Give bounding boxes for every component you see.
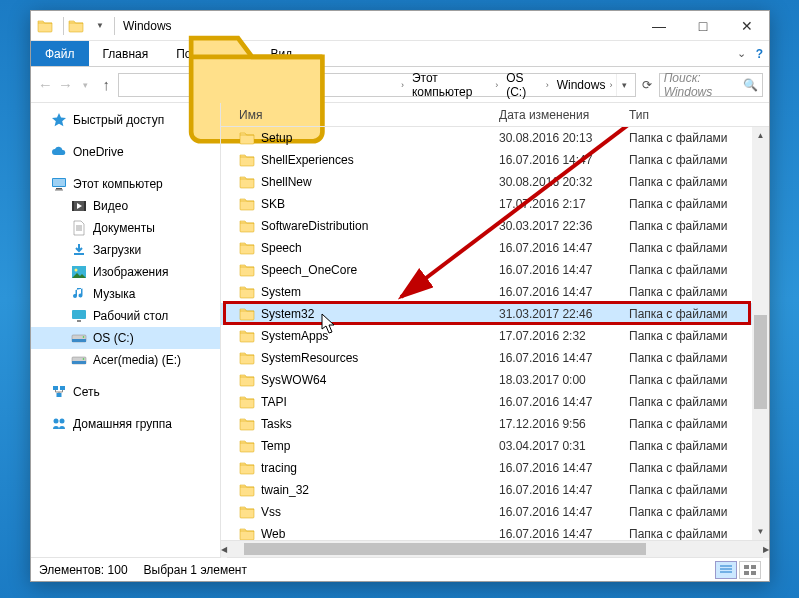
column-headers[interactable]: Имя Дата изменения Тип <box>221 103 769 127</box>
scroll-left-icon[interactable]: ◀ <box>221 541 227 558</box>
file-date: 18.03.2017 0:00 <box>499 373 629 387</box>
nav-item-acer[interactable]: Acer(media) (E:) <box>31 349 220 371</box>
file-row[interactable]: Setup30.08.2016 20:13Папка с файлами <box>221 127 769 149</box>
folder-icon <box>239 350 255 366</box>
nav-item-video[interactable]: Видео <box>31 195 220 217</box>
recent-dropdown-icon[interactable]: ▾ <box>78 72 94 98</box>
breadcrumb-osc[interactable]: OS (C:)› <box>502 74 553 96</box>
file-row[interactable]: System16.07.2016 14:47Папка с файлами <box>221 281 769 303</box>
view-details-button[interactable] <box>715 561 737 579</box>
file-row[interactable]: Vss16.07.2016 14:47Папка с файлами <box>221 501 769 523</box>
nav-item-desktop[interactable]: Рабочий стол <box>31 305 220 327</box>
file-row[interactable]: SKB17.07.2016 2:17Папка с файлами <box>221 193 769 215</box>
scroll-right-icon[interactable]: ▶ <box>763 541 769 558</box>
view-icons-button[interactable] <box>739 561 761 579</box>
qat-properties-icon[interactable] <box>68 18 84 34</box>
star-icon <box>51 112 67 128</box>
file-date: 16.07.2016 14:47 <box>499 483 629 497</box>
col-header-name[interactable]: Имя <box>221 108 499 122</box>
breadcrumb-thispc[interactable]: Этот компьютер› <box>408 74 502 96</box>
nav-item-downloads[interactable]: Загрузки <box>31 239 220 261</box>
file-date: 17.07.2016 2:32 <box>499 329 629 343</box>
file-date: 16.07.2016 14:47 <box>499 263 629 277</box>
file-type: Папка с файлами <box>629 219 769 233</box>
ribbon-tab-file[interactable]: Файл <box>31 41 89 66</box>
address-bar[interactable]: › Этот компьютер› OS (C:)› Windows› ▾ <box>118 73 635 97</box>
file-row[interactable]: Speech_OneCore16.07.2016 14:47Папка с фа… <box>221 259 769 281</box>
file-row[interactable]: Web16.07.2016 14:47Папка с файлами <box>221 523 769 540</box>
file-list[interactable]: Setup30.08.2016 20:13Папка с файламиShel… <box>221 127 769 540</box>
breadcrumb-windows[interactable]: Windows› <box>553 74 617 96</box>
ribbon-help-icon[interactable]: ? <box>756 47 763 61</box>
file-name: System <box>261 285 499 299</box>
file-type: Папка с файлами <box>629 285 769 299</box>
scroll-thumb-h[interactable] <box>244 543 646 555</box>
ribbon-expand-icon[interactable]: ⌄ <box>737 47 746 60</box>
back-button[interactable]: ← <box>37 72 53 98</box>
file-name: TAPI <box>261 395 499 409</box>
file-row[interactable]: Temp03.04.2017 0:31Папка с файлами <box>221 435 769 457</box>
file-type: Папка с файлами <box>629 197 769 211</box>
file-name: twain_32 <box>261 483 499 497</box>
nav-homegroup[interactable]: Домашняя группа <box>31 413 220 435</box>
up-button[interactable]: ↑ <box>98 72 114 98</box>
folder-icon <box>239 174 255 190</box>
file-name: tracing <box>261 461 499 475</box>
file-row[interactable]: SoftwareDistribution30.03.2017 22:36Папк… <box>221 215 769 237</box>
qat-separator-2 <box>114 17 115 35</box>
svg-rect-24 <box>751 571 756 575</box>
file-row[interactable]: tracing16.07.2016 14:47Папка с файлами <box>221 457 769 479</box>
network-icon <box>51 384 67 400</box>
file-row[interactable]: System3231.03.2017 22:46Папка с файлами <box>221 303 769 325</box>
svg-rect-21 <box>744 565 749 569</box>
file-row[interactable]: Tasks17.12.2016 9:56Папка с файлами <box>221 413 769 435</box>
scrollbar-horizontal[interactable]: ◀ ▶ <box>221 540 769 557</box>
folder-icon <box>239 328 255 344</box>
scroll-thumb[interactable] <box>754 315 767 410</box>
file-row[interactable]: SystemApps17.07.2016 2:32Папка с файлами <box>221 325 769 347</box>
statusbar: Элементов: 100 Выбран 1 элемент <box>31 557 769 581</box>
nav-thispc[interactable]: Этот компьютер <box>31 173 220 195</box>
scroll-down-icon[interactable]: ▼ <box>752 523 769 540</box>
breadcrumb-root-chevron[interactable]: › <box>393 74 408 96</box>
file-type: Папка с файлами <box>629 373 769 387</box>
file-name: Setup <box>261 131 499 145</box>
col-header-type[interactable]: Тип <box>629 108 752 122</box>
file-type: Папка с файлами <box>629 505 769 519</box>
nav-quick-access[interactable]: Быстрый доступ <box>31 109 220 131</box>
forward-button[interactable]: → <box>57 72 73 98</box>
nav-network[interactable]: Сеть <box>31 381 220 403</box>
file-row[interactable]: TAPI16.07.2016 14:47Папка с файлами <box>221 391 769 413</box>
nav-item-documents[interactable]: Документы <box>31 217 220 239</box>
file-date: 16.07.2016 14:47 <box>499 285 629 299</box>
file-row[interactable]: Speech16.07.2016 14:47Папка с файлами <box>221 237 769 259</box>
scroll-up-icon[interactable]: ▲ <box>752 127 769 144</box>
nav-item-pictures[interactable]: Изображения <box>31 261 220 283</box>
file-date: 16.07.2016 14:47 <box>499 461 629 475</box>
file-row[interactable]: ShellExperiences16.07.2016 14:47Папка с … <box>221 149 769 171</box>
close-button[interactable]: ✕ <box>725 11 769 40</box>
minimize-button[interactable]: — <box>637 11 681 40</box>
col-header-date[interactable]: Дата изменения <box>499 108 629 122</box>
search-input[interactable]: Поиск: Windows 🔍 <box>659 73 763 97</box>
file-row[interactable]: SysWOW6418.03.2017 0:00Папка с файлами <box>221 369 769 391</box>
folder-icon <box>239 262 255 278</box>
file-row[interactable]: SystemResources16.07.2016 14:47Папка с ф… <box>221 347 769 369</box>
folder-icon <box>239 504 255 520</box>
nav-pane[interactable]: Быстрый доступ OneDrive Этот компьютер В… <box>31 103 221 557</box>
file-row[interactable]: twain_3216.07.2016 14:47Папка с файлами <box>221 479 769 501</box>
file-type: Папка с файлами <box>629 175 769 189</box>
scrollbar-vertical[interactable]: ▲ ▼ <box>752 127 769 540</box>
file-type: Папка с файлами <box>629 461 769 475</box>
file-name: SKB <box>261 197 499 211</box>
refresh-button[interactable]: ⟳ <box>640 73 655 97</box>
file-name: Vss <box>261 505 499 519</box>
file-name: SoftwareDistribution <box>261 219 499 233</box>
file-row[interactable]: ShellNew30.08.2016 20:32Папка с файлами <box>221 171 769 193</box>
nav-onedrive[interactable]: OneDrive <box>31 141 220 163</box>
qat-dropdown-icon[interactable]: ▼ <box>96 21 104 30</box>
address-dropdown-icon[interactable]: ▾ <box>616 74 632 96</box>
nav-item-music[interactable]: Музыка <box>31 283 220 305</box>
maximize-button[interactable]: □ <box>681 11 725 40</box>
nav-item-osc[interactable]: OS (C:) <box>31 327 220 349</box>
